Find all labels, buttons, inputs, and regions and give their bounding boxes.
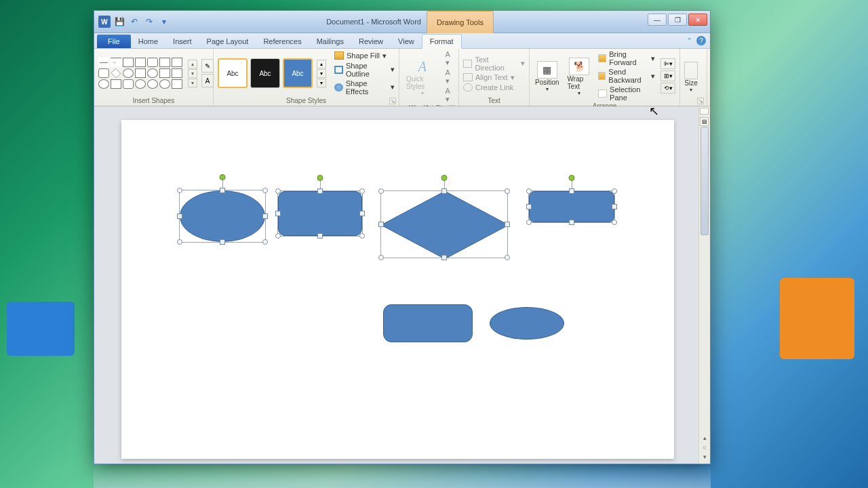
tab-view[interactable]: View [391, 35, 422, 48]
resize-handle-tl[interactable] [177, 188, 182, 193]
shapes-gallery[interactable] [98, 58, 182, 89]
resize-handle-tl[interactable] [526, 188, 532, 194]
shape-fill-button[interactable]: Shape Fill ▾ [334, 52, 395, 60]
style-scroll-up-icon[interactable]: ▴ [317, 60, 326, 68]
selection-box-shape-2[interactable] [277, 190, 363, 237]
qat-undo-button[interactable]: ↶ [128, 16, 140, 28]
resize-handle-bl[interactable] [275, 233, 281, 239]
tab-home[interactable]: Home [131, 35, 165, 48]
tab-review[interactable]: Review [351, 35, 391, 48]
align-button[interactable]: ⊫▾ [660, 58, 675, 69]
tab-file[interactable]: File [97, 35, 131, 48]
rotation-handle[interactable] [317, 175, 323, 181]
selection-box-shape-3[interactable] [380, 190, 508, 258]
close-button[interactable]: ✕ [688, 14, 707, 26]
text-box-button[interactable]: A [201, 74, 214, 87]
resize-handle-mr[interactable] [612, 204, 617, 209]
resize-handle-bl[interactable] [526, 220, 532, 225]
qat-save-button[interactable]: 💾 [113, 16, 125, 28]
resize-handle-tm[interactable] [220, 188, 225, 193]
selection-box-shape-4[interactable] [528, 190, 615, 223]
wrap-text-button[interactable]: 🐕 Wrap Text▾ [566, 56, 593, 96]
minimize-button[interactable]: — [648, 14, 667, 26]
size-launcher-icon[interactable]: ↘ [697, 98, 704, 104]
shape-rounded-rect-unselected[interactable] [383, 304, 473, 342]
prev-page-icon[interactable]: ▴ [701, 433, 709, 442]
rotation-handle[interactable] [569, 175, 575, 181]
shape-effects-button[interactable]: Shape Effects ▾ [334, 79, 395, 96]
selection-box-shape-1[interactable] [179, 190, 266, 243]
shape-style-preset-2[interactable]: Abc [250, 58, 280, 88]
next-page-icon[interactable]: ▾ [701, 452, 709, 461]
edit-shape-button[interactable]: ✎ [201, 59, 214, 73]
resize-handle-tl[interactable] [275, 188, 281, 194]
resize-handle-bm[interactable] [220, 239, 225, 245]
position-button[interactable]: ▦ Position▾ [534, 60, 561, 92]
shapes-scroll-up-icon[interactable]: ▴ [188, 60, 197, 68]
resize-handle-tm[interactable] [441, 188, 447, 194]
maximize-button[interactable]: ❐ [668, 14, 687, 26]
resize-handle-bm[interactable] [441, 255, 447, 260]
page[interactable] [121, 120, 674, 459]
resize-handle-mr[interactable] [359, 211, 365, 216]
send-backward-button[interactable]: Send Backward ▾ [598, 68, 655, 84]
resize-handle-tm[interactable] [569, 188, 574, 194]
tab-format[interactable]: Format [422, 34, 462, 49]
resize-handle-tr[interactable] [262, 188, 268, 193]
group-button[interactable]: ⊞▾ [660, 70, 675, 81]
size-button[interactable]: Size▾ [684, 62, 698, 93]
scroll-thumb[interactable] [701, 127, 709, 235]
resize-handle-ml[interactable] [378, 222, 384, 227]
browse-object-icon[interactable]: ○ [701, 443, 709, 451]
shape-style-preset-3[interactable]: Abc [283, 58, 313, 88]
selection-pane-button[interactable]: Selection Pane [598, 85, 655, 102]
resize-handle-br[interactable] [262, 239, 268, 245]
tab-insert[interactable]: Insert [165, 35, 199, 48]
resize-handle-br[interactable] [505, 255, 510, 260]
ruler-toggle-icon[interactable]: ▤ [700, 117, 709, 126]
resize-handle-bm[interactable] [569, 220, 574, 225]
shapes-scroll-down-icon[interactable]: ▾ [188, 69, 197, 78]
ribbon: ▴ ▾ ▾ ✎ A Insert Shapes Abc Abc Abc [94, 49, 710, 106]
tab-mailings[interactable]: Mailings [309, 35, 351, 48]
resize-handle-tr[interactable] [505, 188, 510, 194]
resize-handle-bm[interactable] [317, 233, 323, 239]
split-handle[interactable] [700, 108, 709, 115]
shape-ellipse-unselected[interactable] [490, 307, 564, 340]
shape-outline-button[interactable]: Shape Outline ▾ [334, 62, 395, 78]
resize-handle-mr[interactable] [505, 222, 510, 227]
rotate-button[interactable]: ⟲▾ [660, 83, 675, 94]
bring-forward-button[interactable]: Bring Forward ▾ [598, 50, 655, 66]
resize-handle-bl[interactable] [378, 255, 384, 260]
shape-rounded-rect[interactable] [529, 191, 614, 222]
resize-handle-tr[interactable] [612, 188, 617, 194]
help-icon[interactable]: ? [696, 36, 706, 45]
style-more-icon[interactable]: ▾ [317, 79, 326, 87]
resize-handle-ml[interactable] [177, 214, 182, 219]
style-scroll-down-icon[interactable]: ▾ [317, 69, 326, 78]
shape-ellipse[interactable] [180, 190, 265, 242]
resize-handle-bl[interactable] [177, 239, 182, 245]
rotation-handle[interactable] [441, 175, 448, 181]
tab-page-layout[interactable]: Page Layout [199, 35, 256, 48]
qat-redo-button[interactable]: ↷ [143, 16, 155, 28]
resize-handle-br[interactable] [359, 233, 365, 239]
resize-handle-tm[interactable] [317, 188, 323, 194]
shapes-more-icon[interactable]: ▾ [188, 79, 197, 87]
resize-handle-ml[interactable] [275, 211, 281, 216]
vertical-scrollbar[interactable]: ▤ ▴ ○ ▾ [698, 106, 710, 464]
resize-handle-tr[interactable] [359, 188, 365, 194]
word-app-icon[interactable]: W [98, 16, 111, 28]
resize-handle-tl[interactable] [378, 188, 384, 194]
tab-references[interactable]: References [256, 35, 309, 48]
resize-handle-br[interactable] [612, 220, 617, 225]
shape-diamond[interactable] [381, 191, 507, 258]
resize-handle-ml[interactable] [526, 204, 532, 209]
rotation-handle[interactable] [220, 174, 226, 180]
resize-handle-mr[interactable] [262, 214, 268, 219]
qat-customize-button[interactable]: ▾ [158, 16, 170, 28]
shape-styles-launcher-icon[interactable]: ↘ [389, 98, 396, 104]
minimize-ribbon-icon[interactable]: ⌃ [686, 37, 692, 45]
shape-rounded-rect[interactable] [278, 191, 362, 236]
shape-style-preset-1[interactable]: Abc [218, 58, 248, 88]
